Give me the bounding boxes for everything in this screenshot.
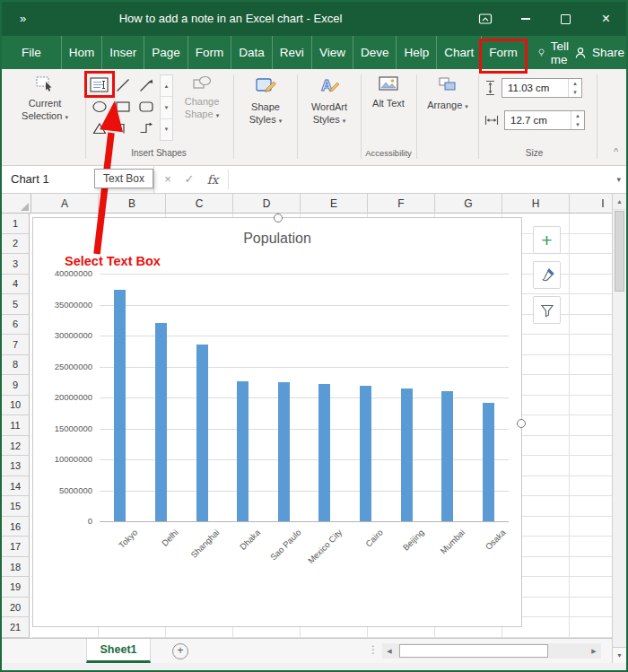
chart-elements-button[interactable]: + (533, 226, 561, 254)
chart-bar[interactable] (155, 323, 167, 521)
line-shape-button[interactable] (111, 74, 135, 96)
ribbon-tab-9-help[interactable]: Help (396, 36, 436, 69)
column-header-a[interactable]: A (31, 194, 99, 214)
row-header-16[interactable]: 16 (2, 517, 30, 537)
row-header-5[interactable]: 5 (2, 294, 30, 315)
scroll-down-button[interactable]: ▼ (613, 647, 626, 663)
row-header-14[interactable]: 14 (2, 476, 30, 497)
sheet-tab-sheet1[interactable]: Sheet1 (86, 639, 151, 663)
row-header-15[interactable]: 15 (2, 496, 30, 517)
triangle-shape-button[interactable] (88, 118, 111, 139)
shape-width-input[interactable]: 12.7 cm ▲▼ (504, 110, 585, 130)
ribbon-tab-7-view[interactable]: View (311, 36, 353, 69)
chart-bar[interactable] (483, 403, 494, 521)
row-header-4[interactable]: 4 (2, 275, 30, 295)
row-header-17[interactable]: 17 (2, 537, 30, 557)
chart-resize-handle-right[interactable] (517, 419, 526, 428)
scroll-left-button[interactable]: ◀ (382, 643, 397, 659)
vertical-scrollbar[interactable]: ▲ ▼ (612, 194, 626, 663)
row-header-2[interactable]: 2 (2, 234, 30, 255)
row-header-19[interactable]: 19 (2, 577, 30, 598)
row-header-13[interactable]: 13 (2, 456, 30, 476)
chart-bar[interactable] (237, 381, 249, 521)
gallery-scroll-up-button[interactable]: ▲ (161, 75, 172, 96)
chart-bar[interactable] (278, 382, 290, 521)
column-header-c[interactable]: C (166, 194, 233, 214)
insert-function-button[interactable]: fx (203, 166, 222, 193)
ribbon-tab-0-file[interactable]: File (11, 36, 52, 69)
row-header-1[interactable]: 1 (2, 214, 30, 234)
scroll-up-button[interactable]: ▲ (613, 194, 626, 210)
elbow-arrow-connector-button[interactable] (135, 118, 158, 139)
row-header-10[interactable]: 10 (2, 396, 30, 416)
chart-bar[interactable] (360, 386, 371, 521)
ribbon-tab-8-deve[interactable]: Deve (353, 36, 397, 69)
alt-text-button[interactable]: Alt Text (364, 74, 413, 110)
row-header-12[interactable]: 12 (2, 436, 30, 457)
ribbon-tab-6-revi[interactable]: Revi (272, 36, 311, 69)
spin-down-button[interactable]: ▼ (569, 88, 581, 97)
row-header-8[interactable]: 8 (2, 355, 30, 376)
arrange-button[interactable]: Arrange ▾ (420, 74, 475, 112)
column-header-b[interactable]: B (99, 194, 166, 214)
elbow-connector-button[interactable] (111, 118, 135, 139)
row-header-3[interactable]: 3 (2, 254, 30, 275)
close-button[interactable]: × (586, 2, 626, 36)
ribbon-tab-3-page[interactable]: Page (144, 36, 188, 69)
spin-up-button[interactable]: ▲ (571, 111, 584, 120)
horizontal-scroll-thumb[interactable] (399, 644, 548, 658)
wordart-styles-button[interactable]: A WordArt Styles ▾ (301, 74, 358, 127)
ribbon-tab-11-form[interactable]: Form (481, 36, 525, 69)
column-header-d[interactable]: D (233, 194, 301, 214)
row-header-18[interactable]: 18 (2, 557, 30, 578)
scroll-right-button[interactable]: ▶ (587, 643, 601, 659)
formula-bar-expand-icon[interactable]: ▾ (616, 166, 621, 193)
formula-input[interactable] (231, 166, 599, 193)
chart-bar[interactable] (441, 391, 453, 521)
new-sheet-button[interactable]: + (172, 643, 188, 659)
current-selection-group[interactable]: Current Selection ▾ (5, 74, 84, 123)
chart-resize-handle-top[interactable] (274, 214, 283, 223)
shape-styles-button[interactable]: Shape Styles ▾ (237, 74, 294, 127)
tab-scrollbar-separator-icon[interactable]: ⋮ (368, 643, 379, 656)
chart-bar[interactable] (114, 290, 126, 521)
row-header-21[interactable]: 21 (2, 617, 30, 638)
row-header-9[interactable]: 9 (2, 375, 30, 396)
tell-me-button[interactable]: Tell me (537, 36, 574, 69)
enter-button[interactable]: ✓ (179, 166, 199, 193)
column-header-f[interactable]: F (368, 194, 435, 214)
collapse-ribbon-button[interactable]: ^ (614, 146, 618, 157)
spin-down-button[interactable]: ▼ (571, 120, 584, 129)
gallery-more-button[interactable]: ▼ (161, 118, 172, 140)
chart-styles-button[interactable] (533, 261, 561, 289)
ribbon-tab-5-data[interactable]: Data (231, 36, 272, 69)
change-shape-button[interactable]: Change Shape ▾ (176, 74, 228, 121)
column-header-e[interactable]: E (301, 194, 368, 214)
rounded-rectangle-shape-button[interactable] (135, 96, 158, 118)
ribbon-display-options-button[interactable] (465, 2, 505, 36)
rectangle-shape-button[interactable] (111, 96, 135, 118)
row-header-11[interactable]: 11 (2, 415, 30, 436)
ribbon-tab-4-form[interactable]: Form (188, 36, 231, 69)
chart-object[interactable]: Population TokyoDelhiShanghaiDhakaSao Pa… (32, 217, 522, 627)
ribbon-tab-1-hom[interactable]: Hom (61, 36, 102, 69)
chart-title[interactable]: Population (33, 231, 521, 247)
text-box-button[interactable] (88, 74, 111, 96)
chart-bar[interactable] (401, 388, 413, 521)
column-header-i[interactable]: I (570, 194, 612, 214)
maximize-button[interactable] (545, 2, 586, 36)
shape-height-input[interactable]: 11.03 cm ▲▼ (502, 78, 582, 98)
minimize-button[interactable] (505, 2, 545, 36)
column-header-g[interactable]: G (435, 194, 502, 214)
column-header-h[interactable]: H (502, 194, 570, 214)
share-button[interactable]: Share (574, 36, 624, 69)
spin-up-button[interactable]: ▲ (569, 79, 581, 88)
row-header-7[interactable]: 7 (2, 335, 30, 355)
row-header-6[interactable]: 6 (2, 315, 30, 336)
arrow-shape-button[interactable] (135, 74, 158, 96)
ribbon-tab-2-inser[interactable]: Inser (101, 36, 144, 69)
oval-shape-button[interactable] (88, 96, 111, 118)
cancel-button[interactable]: × (158, 166, 178, 193)
row-header-20[interactable]: 20 (2, 598, 30, 618)
quick-access-overflow-button[interactable]: » (20, 2, 26, 36)
